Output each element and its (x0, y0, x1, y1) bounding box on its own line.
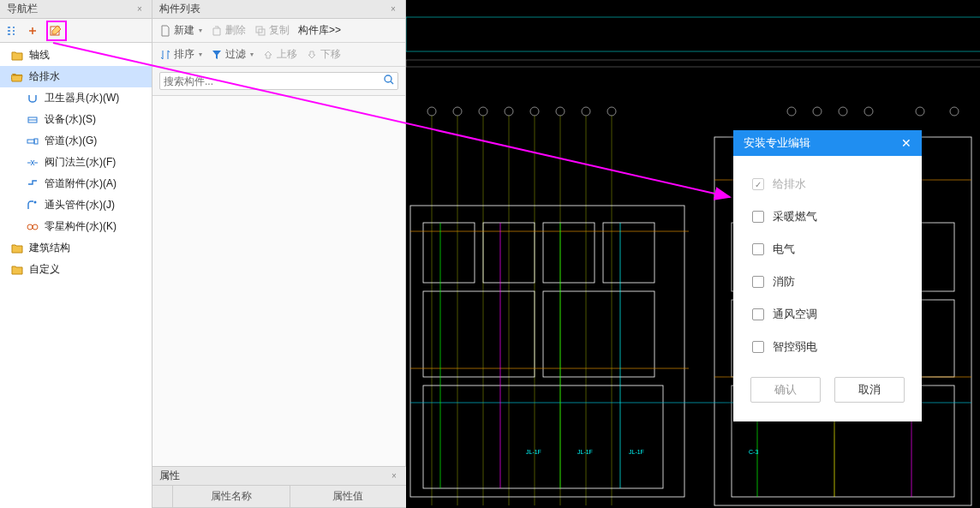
properties-grid-header: 属性名称 属性值 (152, 486, 406, 508)
nav-tree[interactable]: 轴线给排水卫生器具(水)(W)设备(水)(S)管道(水)(G)阀门法兰(水)(F… (0, 43, 152, 508)
arrow-up-icon (262, 49, 274, 61)
tree-item[interactable]: 通头管件(水)(J) (0, 194, 152, 216)
svg-rect-6 (34, 139, 38, 144)
checkbox[interactable] (752, 211, 764, 223)
joint-icon (26, 200, 39, 212)
checkbox-row[interactable]: 采暖燃气 (752, 200, 903, 233)
svg-rect-40 (543, 223, 595, 283)
checkbox-row: ✓给排水 (752, 168, 903, 200)
component-toolbar-2: 排序 ▾ 过滤 ▾ 上移 下移 (152, 43, 405, 67)
filter-label: 过滤 (225, 47, 246, 62)
svg-point-28 (950, 107, 959, 116)
svg-rect-5 (27, 140, 34, 143)
expand-icon[interactable] (26, 24, 39, 38)
properties-panel: 属性 × 属性名称 属性值 (152, 466, 406, 508)
checkbox-label: 通风空调 (773, 307, 817, 322)
svg-text:JL-1F: JL-1F (577, 449, 593, 455)
search-icon[interactable] (384, 75, 394, 87)
component-panel-title: 构件列表 (159, 2, 200, 16)
copy-button[interactable]: 复制 (254, 23, 290, 38)
tree-item[interactable]: 建筑结构 (0, 237, 152, 259)
close-icon[interactable]: × (388, 4, 398, 15)
close-icon[interactable]: × (134, 4, 145, 15)
checkbox-label: 消防 (773, 274, 795, 290)
checkbox-row[interactable]: 通风空调 (752, 298, 903, 331)
tree-item-label: 轴线 (29, 48, 50, 63)
chevron-down-icon: ▾ (199, 27, 202, 34)
checkbox[interactable] (752, 308, 764, 320)
new-button[interactable]: 新建 ▾ (159, 23, 202, 38)
tree-item-label: 卫生器具(水)(W) (45, 91, 119, 105)
svg-rect-13 (406, 17, 980, 51)
row-number-col (152, 486, 173, 507)
svg-rect-42 (423, 291, 535, 377)
tree-item-label: 给排水 (29, 69, 60, 84)
nav-panel-title: 导航栏 (7, 2, 38, 16)
tree-item[interactable]: 管道(水)(G) (0, 130, 152, 152)
checkbox-row[interactable]: 消防 (752, 266, 903, 298)
folder-icon (10, 50, 24, 62)
svg-point-22 (607, 107, 616, 116)
valve-icon (26, 157, 39, 169)
filter-button[interactable]: 过滤 ▾ (211, 47, 254, 62)
component-lib-link[interactable]: 构件库>> (298, 23, 341, 38)
checkbox[interactable] (752, 243, 764, 255)
confirm-button[interactable]: 确认 (750, 377, 821, 403)
nav-toolbar (0, 19, 152, 43)
tree-item-label: 管道(水)(G) (45, 134, 97, 148)
tree-item-label: 零星构件(水)(K) (45, 219, 117, 234)
checkbox-label: 给排水 (773, 176, 806, 192)
svg-point-18 (505, 107, 513, 116)
tree-item[interactable]: 给排水 (0, 66, 152, 87)
svg-point-26 (864, 107, 873, 116)
tree-item[interactable]: 零星构件(水)(K) (0, 216, 152, 237)
tree-toggle-icon[interactable] (5, 24, 19, 38)
tree-item-label: 阀门法兰(水)(F) (45, 155, 116, 170)
svg-point-15 (427, 107, 436, 116)
property-value-col: 属性值 (290, 486, 407, 507)
tree-item[interactable]: 设备(水)(S) (0, 109, 152, 130)
close-icon[interactable]: × (389, 471, 399, 481)
tree-item[interactable]: 卫生器具(水)(W) (0, 87, 152, 109)
component-list-body[interactable] (152, 96, 405, 466)
svg-point-20 (556, 107, 565, 116)
tree-item[interactable]: 阀门法兰(水)(F) (0, 152, 152, 173)
move-up-button[interactable]: 上移 (262, 47, 297, 62)
svg-point-1 (13, 30, 15, 32)
equip-icon (26, 114, 39, 126)
tree-item[interactable]: 管道附件(水)(A) (0, 173, 152, 194)
svg-point-8 (27, 224, 33, 230)
tree-item-label: 通头管件(水)(J) (45, 198, 115, 212)
svg-rect-44 (423, 385, 663, 488)
close-icon[interactable]: ✕ (901, 136, 911, 150)
cancel-button[interactable]: 取消 (834, 377, 905, 403)
checkbox[interactable] (752, 276, 764, 288)
properties-panel-header: 属性 × (152, 467, 406, 486)
tree-item[interactable]: 轴线 (0, 45, 152, 66)
sort-button[interactable]: 排序 ▾ (159, 47, 202, 62)
svg-rect-43 (543, 291, 654, 377)
checkbox-row[interactable]: 智控弱电 (752, 331, 903, 363)
pipe-icon (26, 135, 39, 147)
new-icon (159, 25, 171, 37)
checkbox-label: 智控弱电 (773, 339, 817, 355)
folder-open-icon (10, 71, 24, 83)
delete-button[interactable]: 删除 (211, 23, 246, 38)
move-down-button[interactable]: 下移 (306, 47, 341, 62)
tree-item[interactable]: 自定义 (0, 259, 152, 280)
modal-footer: 确认 取消 (733, 370, 922, 421)
search-input[interactable] (164, 75, 384, 87)
checkbox[interactable] (752, 341, 764, 353)
delete-icon (211, 25, 223, 37)
checkbox-label: 采暖燃气 (773, 209, 817, 224)
move-up-label: 上移 (277, 47, 297, 62)
search-box[interactable] (159, 72, 398, 90)
copy-label: 复制 (269, 23, 290, 38)
svg-point-19 (530, 107, 539, 116)
modal-title-bar[interactable]: 安装专业编辑 ✕ (733, 130, 922, 156)
edit-spec-button[interactable] (50, 24, 63, 38)
folder-icon (10, 264, 24, 276)
chevron-down-icon: ▾ (199, 51, 202, 58)
svg-point-2 (13, 33, 15, 35)
checkbox-row[interactable]: 电气 (752, 233, 903, 266)
